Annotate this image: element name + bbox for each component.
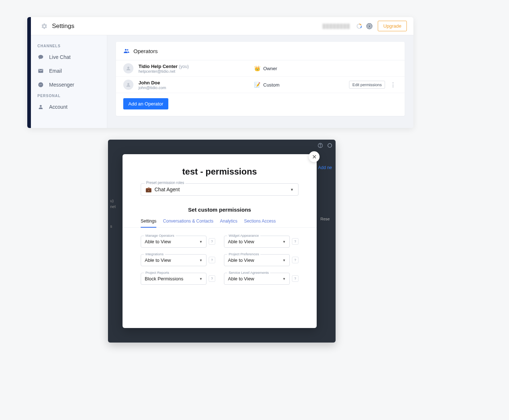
- messenger-icon: [37, 81, 44, 88]
- operator-email: john@tidio.com: [139, 85, 166, 90]
- permissions-grid: Manage Operators Able to View ▼ ? Widget…: [123, 228, 317, 285]
- backdrop-add-new: + Add ne: [314, 165, 332, 170]
- add-operator-button[interactable]: Add an Operator: [123, 98, 168, 109]
- perm-widget-appearance-select[interactable]: Widget Appearance Able to View ▼: [224, 236, 290, 248]
- help-icon[interactable]: ?: [209, 238, 215, 245]
- perm-value: Block Permissions: [145, 276, 183, 281]
- svg-point-1: [369, 25, 370, 27]
- perm-label: Project Preferences: [227, 252, 260, 256]
- caret-down-icon: ▼: [290, 188, 294, 192]
- account-blurred-text: ████████: [322, 24, 350, 29]
- operators-title: Operators: [133, 48, 158, 54]
- perm-label: Service Level Agreements: [227, 271, 270, 275]
- tab-analytics[interactable]: Analytics: [220, 216, 237, 227]
- briefcase-icon: 💼: [145, 187, 152, 192]
- person-icon: [37, 104, 44, 110]
- usage-mini-icon: [327, 143, 333, 148]
- avatar: [123, 80, 133, 90]
- you-tag: (you): [179, 64, 189, 69]
- operator-name: Tidio Help Center: [139, 64, 177, 69]
- settings-body: CHANNELS Live Chat Email Messenger PERSO…: [31, 35, 413, 128]
- perm-project-preferences-select[interactable]: Project Preferences Able to View ▼: [224, 254, 290, 266]
- usage-ring-icon[interactable]: [355, 22, 363, 30]
- operators-header: Operators: [116, 42, 405, 60]
- crown-icon: 👑: [254, 65, 260, 71]
- help-icon[interactable]: ?: [292, 257, 298, 263]
- perm-integrations-select[interactable]: Integrations Able to View ▼: [141, 254, 207, 266]
- help-icon[interactable]: ?: [209, 257, 215, 263]
- preset-role-select[interactable]: Preset permission roles 💼 Chat Agent ▼: [141, 183, 298, 196]
- caret-down-icon: ▼: [282, 277, 286, 281]
- perm-sla-select[interactable]: Service Level Agreements Able to View ▼: [224, 273, 290, 285]
- sidebar-item-label: Email: [49, 68, 62, 74]
- preset-legend: Preset permission roles: [145, 181, 185, 185]
- caret-down-icon: ▼: [199, 277, 203, 281]
- email-icon: [37, 68, 44, 74]
- bg-text: s: [110, 223, 116, 229]
- bg-text: u): [110, 198, 116, 204]
- perm-manage-operators-select[interactable]: Manage Operators Able to View ▼: [141, 236, 207, 248]
- perm-label: Manage Operators: [144, 233, 176, 237]
- sidebar-section-channels: CHANNELS: [31, 42, 107, 50]
- broadcast-icon[interactable]: [365, 22, 373, 30]
- operator-actions: Edit permissions ⋮: [349, 81, 397, 89]
- backdrop-top-icons: [317, 143, 333, 148]
- gear-icon: [41, 23, 48, 29]
- sidebar-item-account[interactable]: Account: [31, 100, 107, 114]
- sidebar-item-label: Account: [49, 104, 68, 110]
- sidebar: CHANNELS Live Chat Email Messenger PERSO…: [31, 35, 107, 128]
- caret-down-icon: ▼: [282, 240, 286, 244]
- operator-row: John Doe john@tidio.com 📝 Custom Edit pe…: [116, 77, 405, 93]
- kebab-icon[interactable]: ⋮: [389, 81, 397, 88]
- help-circle-icon: [317, 143, 323, 148]
- caret-down-icon: ▼: [199, 240, 203, 244]
- sidebar-item-label: Live Chat: [49, 54, 71, 60]
- caret-down-icon: ▼: [199, 259, 203, 262]
- sidebar-section-personal: PERSONAL: [31, 92, 107, 100]
- operator-email: helpcenter@tidio.net: [139, 69, 189, 73]
- preset-value: Chat Agent: [155, 187, 180, 192]
- help-icon[interactable]: ?: [209, 275, 215, 282]
- operator-info: Tidio Help Center (you) helpcenter@tidio…: [139, 64, 189, 73]
- tab-sections-access[interactable]: Sections Access: [244, 216, 276, 227]
- operator-info: John Doe john@tidio.com: [139, 80, 166, 90]
- backdrop-reset-text: Rese: [320, 217, 330, 221]
- people-icon: [123, 48, 130, 54]
- perm-value: Able to View: [228, 239, 254, 244]
- help-icon[interactable]: ?: [292, 238, 298, 245]
- operator-row: Tidio Help Center (you) helpcenter@tidio…: [116, 60, 405, 77]
- svg-point-5: [40, 105, 41, 107]
- operator-name: John Doe: [139, 80, 160, 85]
- operator-role: 👑 Owner: [254, 65, 277, 71]
- modal-title: test - permissions: [123, 154, 317, 183]
- caret-down-icon: ▼: [282, 259, 286, 262]
- tab-conversations[interactable]: Conversations & Contacts: [163, 216, 213, 227]
- perm-value: Able to View: [228, 276, 254, 281]
- operators-card: Operators Tidio Help Center (you) helpce…: [116, 42, 405, 116]
- svg-point-9: [127, 83, 129, 85]
- sidebar-item-live-chat[interactable]: Live Chat: [31, 50, 107, 64]
- sidebar-item-email[interactable]: Email: [31, 64, 107, 78]
- svg-point-12: [328, 144, 332, 148]
- svg-point-6: [125, 49, 127, 51]
- tab-settings[interactable]: Settings: [141, 216, 156, 227]
- perm-label: Project Reports: [144, 271, 171, 275]
- upgrade-button[interactable]: Upgrade: [378, 21, 407, 31]
- close-button[interactable]: ✕: [309, 151, 320, 162]
- sidebar-item-messenger[interactable]: Messenger: [31, 78, 107, 92]
- edit-permissions-button[interactable]: Edit permissions: [349, 81, 385, 89]
- perm-value: Able to View: [228, 257, 254, 263]
- perm-value: Able to View: [145, 239, 171, 244]
- perm-label: Widget Appearance: [227, 233, 260, 237]
- perm-project-reports-select[interactable]: Project Reports Block Permissions ▼: [141, 273, 207, 285]
- page-title: Settings: [52, 23, 74, 30]
- backdrop-left-text: u) net s: [110, 198, 116, 229]
- perm-value: Able to View: [145, 257, 171, 263]
- sidebar-item-label: Messenger: [49, 82, 74, 88]
- custom-permissions-subhead: Set custom permissions: [123, 196, 317, 216]
- bg-text: net: [110, 204, 116, 209]
- svg-point-11: [320, 147, 320, 147]
- modal-backdrop-screenshot: + Add ne u) net s Rese ✕ test - permissi…: [108, 140, 336, 343]
- svg-point-7: [127, 49, 128, 51]
- help-icon[interactable]: ?: [292, 275, 298, 282]
